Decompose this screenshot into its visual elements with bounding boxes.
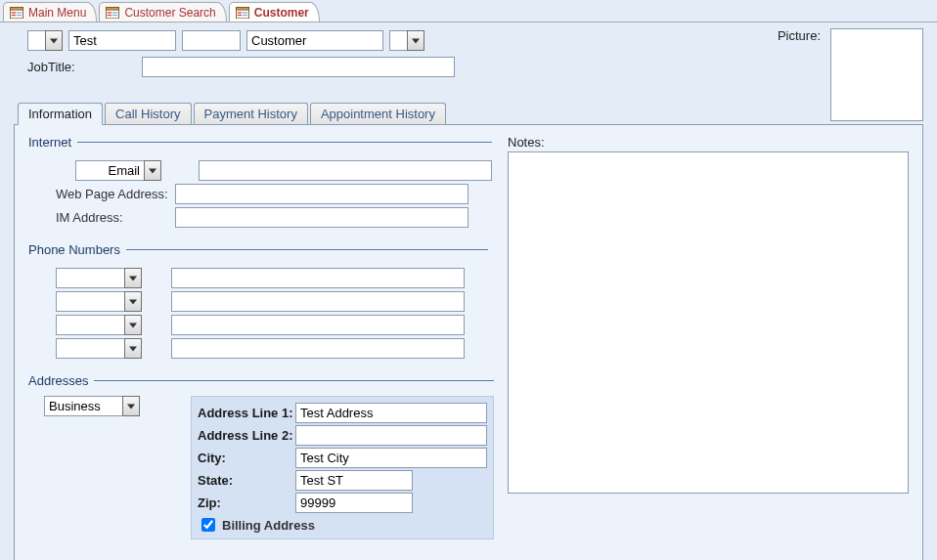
email-type-input[interactable] [75, 160, 144, 181]
phone-legend: Phone Numbers [28, 242, 126, 257]
billing-label: Billing Address [222, 518, 315, 533]
picture-box[interactable] [830, 28, 923, 121]
window-tab-main-menu[interactable]: Main Menu [3, 2, 97, 22]
svg-rect-11 [112, 14, 117, 15]
detail-tab-control: Information Call History Payment History… [14, 101, 923, 560]
address-legend: Addresses [28, 373, 94, 388]
phone-row [56, 268, 488, 288]
svg-rect-3 [12, 14, 16, 15]
svg-rect-5 [17, 14, 22, 15]
tab-page-information: Internet Web Page Address: IM Address: [14, 124, 923, 560]
im-input[interactable] [175, 207, 468, 228]
address-type-input[interactable] [44, 396, 122, 416]
tab-information[interactable]: Information [18, 103, 103, 125]
svg-rect-10 [112, 12, 117, 13]
middle-name-input[interactable] [182, 30, 241, 51]
phone-type-combo[interactable] [56, 338, 142, 359]
notes-textarea[interactable] [508, 151, 909, 494]
addr-line1-input[interactable] [295, 403, 487, 423]
web-input[interactable] [175, 184, 468, 204]
dropdown-button[interactable] [122, 396, 140, 416]
address-panel: Address Line 1: Address Line 2: City: [191, 396, 494, 539]
last-name-input[interactable] [246, 30, 383, 51]
dropdown-button[interactable] [124, 268, 142, 288]
city-input[interactable] [295, 448, 487, 468]
jobtitle-label: JobTitle: [27, 60, 75, 74]
window-tab-label: Customer [254, 6, 309, 20]
zip-label: Zip: [198, 495, 295, 510]
address-section: Addresses Address Line 1: [28, 373, 494, 539]
svg-marker-19 [412, 38, 420, 43]
tab-appointment-history[interactable]: Appointment History [310, 103, 446, 124]
email-type-combo[interactable] [75, 160, 169, 181]
addr-line2-label: Address Line 2: [198, 428, 295, 443]
dropdown-button[interactable] [144, 160, 161, 181]
notes-label: Notes: [508, 135, 909, 150]
svg-rect-16 [243, 12, 247, 13]
dropdown-button[interactable] [124, 291, 142, 312]
phone-type-combo[interactable] [56, 315, 142, 335]
picture-label: Picture: [778, 28, 821, 43]
tab-call-history[interactable]: Call History [105, 103, 191, 124]
svg-marker-21 [129, 276, 137, 280]
prefix-combo[interactable] [27, 30, 63, 51]
address-type-combo[interactable] [44, 396, 140, 416]
svg-marker-23 [129, 323, 137, 327]
prefix-input[interactable] [27, 30, 45, 51]
svg-rect-2 [12, 12, 16, 13]
phone-type-input[interactable] [56, 268, 124, 288]
addr-line1-label: Address Line 1: [198, 406, 295, 420]
email-input[interactable] [199, 160, 492, 181]
suffix-combo[interactable] [389, 30, 424, 51]
state-input[interactable] [295, 470, 413, 491]
svg-marker-24 [129, 346, 137, 351]
dropdown-button[interactable] [407, 30, 424, 51]
customer-form: JobTitle: Picture: Information Call Hist… [0, 22, 937, 560]
svg-rect-1 [10, 7, 22, 10]
phone-input[interactable] [171, 291, 465, 312]
svg-marker-20 [149, 168, 156, 173]
svg-rect-14 [238, 12, 242, 13]
picture-block: Picture: [778, 28, 923, 121]
phone-section: Phone Numbers [28, 242, 488, 362]
tab-payment-history[interactable]: Payment History [194, 103, 308, 124]
phone-type-input[interactable] [56, 315, 124, 335]
phone-type-input[interactable] [56, 338, 124, 359]
addr-line2-input[interactable] [295, 425, 487, 446]
suffix-input[interactable] [389, 30, 407, 51]
dropdown-button[interactable] [45, 30, 63, 51]
phone-input[interactable] [171, 338, 465, 359]
dropdown-button[interactable] [124, 315, 142, 335]
phone-type-combo[interactable] [56, 291, 142, 312]
form-icon [10, 7, 23, 19]
svg-rect-9 [108, 14, 112, 15]
phone-type-input[interactable] [56, 291, 124, 312]
window-tab-label: Customer Search [124, 6, 215, 20]
web-label: Web Page Address: [28, 187, 175, 201]
svg-marker-22 [129, 299, 137, 304]
zip-input[interactable] [295, 493, 413, 513]
window-tab-strip: Main Menu Customer Search Customer [0, 0, 937, 22]
state-label: State: [198, 473, 295, 488]
svg-rect-17 [243, 14, 247, 15]
phone-row [56, 315, 488, 335]
first-name-input[interactable] [68, 30, 176, 51]
svg-rect-7 [107, 7, 119, 10]
svg-rect-15 [238, 14, 242, 15]
svg-marker-18 [50, 38, 58, 43]
city-label: City: [198, 451, 295, 465]
phone-input[interactable] [171, 315, 465, 335]
im-label: IM Address: [28, 210, 175, 225]
form-icon [106, 7, 119, 19]
billing-checkbox[interactable] [201, 518, 215, 532]
dropdown-button[interactable] [124, 338, 142, 359]
internet-legend: Internet [28, 135, 77, 150]
phone-row [56, 291, 488, 312]
phone-input[interactable] [171, 268, 465, 288]
window-tab-customer[interactable]: Customer [229, 2, 320, 22]
phone-type-combo[interactable] [56, 268, 142, 288]
internet-section: Internet Web Page Address: IM Address: [28, 135, 492, 231]
svg-rect-4 [17, 12, 22, 13]
jobtitle-input[interactable] [142, 57, 455, 77]
window-tab-customer-search[interactable]: Customer Search [99, 2, 226, 22]
